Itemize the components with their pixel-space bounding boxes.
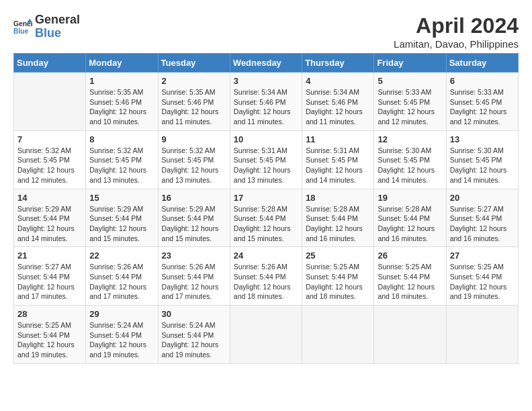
calendar-cell: 20Sunrise: 5:27 AM Sunset: 5:44 PM Dayli…: [446, 189, 518, 247]
day-number: 1: [89, 76, 154, 86]
column-header-wednesday: Wednesday: [230, 54, 302, 73]
day-info: Sunrise: 5:25 AM Sunset: 5:44 PM Dayligh…: [378, 262, 442, 302]
day-number: 8: [89, 134, 154, 144]
day-info: Sunrise: 5:25 AM Sunset: 5:44 PM Dayligh…: [450, 262, 515, 302]
day-number: 11: [306, 134, 370, 144]
day-number: 7: [17, 134, 82, 144]
page-header: General Blue General Blue April 2024 Lam…: [7, 7, 525, 53]
calendar-cell: [446, 306, 518, 364]
day-info: Sunrise: 5:26 AM Sunset: 5:44 PM Dayligh…: [234, 262, 298, 302]
day-number: 18: [306, 193, 370, 203]
calendar-cell: 17Sunrise: 5:28 AM Sunset: 5:44 PM Dayli…: [230, 189, 302, 247]
calendar: SundayMondayTuesdayWednesdayThursdayFrid…: [7, 53, 525, 371]
day-info: Sunrise: 5:30 AM Sunset: 5:45 PM Dayligh…: [450, 146, 515, 185]
day-number: 9: [162, 134, 226, 144]
day-info: Sunrise: 5:28 AM Sunset: 5:44 PM Dayligh…: [378, 204, 442, 244]
day-info: Sunrise: 5:34 AM Sunset: 5:46 PM Dayligh…: [306, 87, 370, 127]
calendar-cell: [14, 73, 86, 131]
day-info: Sunrise: 5:26 AM Sunset: 5:44 PM Dayligh…: [162, 262, 226, 302]
day-info: Sunrise: 5:30 AM Sunset: 5:45 PM Dayligh…: [378, 146, 442, 185]
page-subtitle: Lamitan, Davao, Philippines: [394, 38, 519, 50]
day-number: 10: [234, 134, 298, 144]
calendar-cell: 9Sunrise: 5:32 AM Sunset: 5:45 PM Daylig…: [158, 130, 230, 189]
calendar-cell: 19Sunrise: 5:28 AM Sunset: 5:44 PM Dayli…: [374, 189, 446, 247]
day-info: Sunrise: 5:26 AM Sunset: 5:44 PM Dayligh…: [89, 262, 154, 302]
day-number: 14: [17, 193, 82, 203]
day-number: 26: [378, 250, 442, 261]
day-number: 25: [306, 250, 370, 261]
calendar-cell: 11Sunrise: 5:31 AM Sunset: 5:45 PM Dayli…: [302, 130, 374, 189]
logo-text: General Blue: [35, 13, 80, 40]
calendar-cell: 26Sunrise: 5:25 AM Sunset: 5:44 PM Dayli…: [374, 247, 446, 306]
calendar-cell: 1Sunrise: 5:35 AM Sunset: 5:46 PM Daylig…: [86, 73, 158, 131]
calendar-cell: 10Sunrise: 5:31 AM Sunset: 5:45 PM Dayli…: [230, 130, 302, 189]
calendar-cell: 7Sunrise: 5:32 AM Sunset: 5:45 PM Daylig…: [14, 130, 86, 189]
logo: General Blue General Blue: [13, 13, 80, 40]
day-info: Sunrise: 5:25 AM Sunset: 5:44 PM Dayligh…: [306, 262, 370, 302]
calendar-cell: 22Sunrise: 5:26 AM Sunset: 5:44 PM Dayli…: [86, 247, 158, 306]
day-info: Sunrise: 5:35 AM Sunset: 5:46 PM Dayligh…: [89, 87, 154, 127]
day-number: 15: [89, 193, 154, 203]
column-header-sunday: Sunday: [14, 54, 86, 73]
day-number: 19: [378, 193, 442, 203]
title-block: April 2024 Lamitan, Davao, Philippines: [394, 13, 519, 50]
calendar-week-4: 21Sunrise: 5:27 AM Sunset: 5:44 PM Dayli…: [14, 247, 519, 306]
calendar-cell: 28Sunrise: 5:25 AM Sunset: 5:44 PM Dayli…: [14, 306, 86, 364]
day-info: Sunrise: 5:27 AM Sunset: 5:44 PM Dayligh…: [450, 204, 515, 244]
calendar-cell: 15Sunrise: 5:29 AM Sunset: 5:44 PM Dayli…: [86, 189, 158, 247]
calendar-cell: 18Sunrise: 5:28 AM Sunset: 5:44 PM Dayli…: [302, 189, 374, 247]
calendar-cell: 6Sunrise: 5:33 AM Sunset: 5:45 PM Daylig…: [446, 73, 518, 131]
calendar-week-2: 7Sunrise: 5:32 AM Sunset: 5:45 PM Daylig…: [14, 130, 519, 189]
day-info: Sunrise: 5:33 AM Sunset: 5:45 PM Dayligh…: [378, 87, 442, 127]
calendar-cell: 29Sunrise: 5:24 AM Sunset: 5:44 PM Dayli…: [86, 306, 158, 364]
calendar-cell: 23Sunrise: 5:26 AM Sunset: 5:44 PM Dayli…: [158, 247, 230, 306]
day-info: Sunrise: 5:35 AM Sunset: 5:46 PM Dayligh…: [162, 87, 226, 127]
calendar-cell: 5Sunrise: 5:33 AM Sunset: 5:45 PM Daylig…: [374, 73, 446, 131]
day-number: 16: [162, 193, 226, 203]
calendar-cell: 21Sunrise: 5:27 AM Sunset: 5:44 PM Dayli…: [14, 247, 86, 306]
day-number: 27: [450, 250, 515, 261]
calendar-cell: 8Sunrise: 5:32 AM Sunset: 5:45 PM Daylig…: [86, 130, 158, 189]
day-number: 12: [378, 134, 442, 144]
day-number: 3: [234, 76, 298, 86]
day-info: Sunrise: 5:33 AM Sunset: 5:45 PM Dayligh…: [450, 87, 515, 127]
calendar-cell: [374, 306, 446, 364]
day-info: Sunrise: 5:28 AM Sunset: 5:44 PM Dayligh…: [306, 204, 370, 244]
calendar-cell: 25Sunrise: 5:25 AM Sunset: 5:44 PM Dayli…: [302, 247, 374, 306]
column-header-saturday: Saturday: [446, 54, 518, 73]
day-number: 24: [234, 250, 298, 261]
svg-text:Blue: Blue: [13, 28, 29, 35]
calendar-cell: [302, 306, 374, 364]
calendar-cell: 13Sunrise: 5:30 AM Sunset: 5:45 PM Dayli…: [446, 130, 518, 189]
day-info: Sunrise: 5:25 AM Sunset: 5:44 PM Dayligh…: [17, 320, 82, 360]
day-number: 2: [162, 76, 226, 86]
day-number: 22: [89, 250, 154, 261]
day-number: 6: [450, 76, 515, 86]
calendar-cell: 14Sunrise: 5:29 AM Sunset: 5:44 PM Dayli…: [14, 189, 86, 247]
day-number: 13: [450, 134, 515, 144]
column-header-monday: Monday: [86, 54, 158, 73]
day-number: 17: [234, 193, 298, 203]
calendar-header: SundayMondayTuesdayWednesdayThursdayFrid…: [14, 54, 519, 73]
day-info: Sunrise: 5:32 AM Sunset: 5:45 PM Dayligh…: [17, 146, 82, 185]
calendar-cell: [230, 306, 302, 364]
calendar-week-5: 28Sunrise: 5:25 AM Sunset: 5:44 PM Dayli…: [14, 306, 519, 364]
calendar-cell: 27Sunrise: 5:25 AM Sunset: 5:44 PM Dayli…: [446, 247, 518, 306]
day-number: 20: [450, 193, 515, 203]
page-title: April 2024: [394, 13, 519, 38]
logo-icon: General Blue: [13, 17, 32, 36]
column-header-thursday: Thursday: [302, 54, 374, 73]
column-header-friday: Friday: [374, 54, 446, 73]
day-info: Sunrise: 5:24 AM Sunset: 5:44 PM Dayligh…: [89, 320, 154, 360]
calendar-week-3: 14Sunrise: 5:29 AM Sunset: 5:44 PM Dayli…: [14, 189, 519, 247]
calendar-cell: 4Sunrise: 5:34 AM Sunset: 5:46 PM Daylig…: [302, 73, 374, 131]
day-number: 4: [306, 76, 370, 86]
day-info: Sunrise: 5:29 AM Sunset: 5:44 PM Dayligh…: [89, 204, 154, 244]
day-number: 21: [17, 250, 82, 261]
calendar-cell: 30Sunrise: 5:24 AM Sunset: 5:44 PM Dayli…: [158, 306, 230, 364]
day-info: Sunrise: 5:24 AM Sunset: 5:44 PM Dayligh…: [162, 320, 226, 360]
day-number: 29: [89, 309, 154, 319]
day-info: Sunrise: 5:32 AM Sunset: 5:45 PM Dayligh…: [89, 146, 154, 185]
day-info: Sunrise: 5:29 AM Sunset: 5:44 PM Dayligh…: [17, 204, 82, 244]
day-info: Sunrise: 5:27 AM Sunset: 5:44 PM Dayligh…: [17, 262, 82, 302]
